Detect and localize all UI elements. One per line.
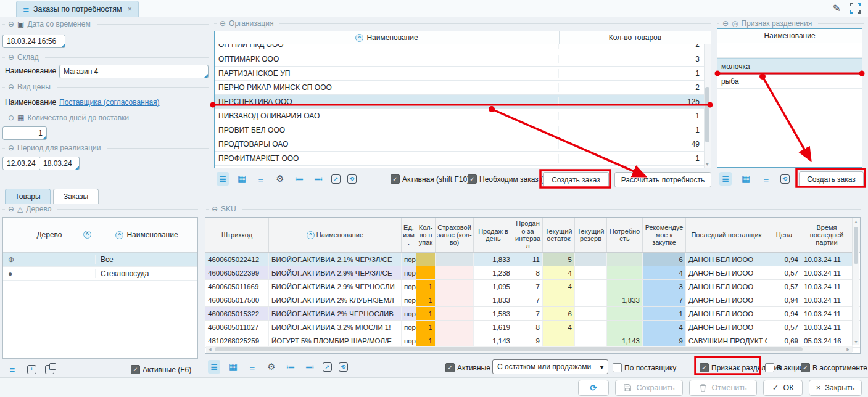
sku-column-header[interactable]: Время последней партии xyxy=(801,218,853,252)
org-table-row[interactable]: ОПТИМАРК ООО3 xyxy=(215,52,711,67)
sort-asc-icon[interactable]: ^ xyxy=(83,231,91,239)
add-row-icon[interactable]: ≕ xyxy=(304,360,316,374)
sku-column-header[interactable]: Цена xyxy=(767,218,801,252)
days-input[interactable]: 1 xyxy=(2,126,47,140)
view-list-icon[interactable]: ≣ xyxy=(719,172,732,186)
assortment-checkbox[interactable]: В ассортименте xyxy=(801,363,867,372)
add-group-icon[interactable]: + xyxy=(45,365,54,374)
org-table-row[interactable]: ПЕРНО РИКАР МИНСК СП ООО2 xyxy=(215,81,711,95)
sku-row[interactable]: 4600605011027БИОЙОГ.АКТИВИА 3.2% МЮСЛИ 1… xyxy=(205,321,860,334)
price-type-link[interactable]: Поставщика (согласованная) xyxy=(59,96,160,108)
sku-column-header[interactable]: Кол-во в упак xyxy=(416,218,436,252)
tab-goods[interactable]: Товары xyxy=(5,189,51,204)
org-table-row[interactable]: ОП НИИ ПКД ООО2 xyxy=(215,44,711,52)
sku-vscrollbar[interactable]: ▲ ▼ xyxy=(852,218,859,345)
warehouse-input[interactable]: Магазин 4 xyxy=(59,65,209,78)
tab-close-icon[interactable]: × xyxy=(128,5,132,14)
gear-icon[interactable]: ⚙ xyxy=(265,360,278,374)
scroll-right-icon[interactable]: ▶ xyxy=(845,347,852,352)
sku-hscrollbar[interactable]: ◀ ▶ xyxy=(206,346,852,353)
sku-row[interactable]: 4600605015322БИОЙОГ.АКТИВИА 2% ЧЕРНОСЛИВ… xyxy=(205,307,860,321)
tree-row[interactable]: ●Стеклопосуда xyxy=(3,267,197,281)
create-order-button[interactable]: Создать заказ xyxy=(543,172,609,187)
sku-row[interactable]: 4600605022399БИОЙОГ.АКТИВИА 2.9% ЧЕР/ЗЛ/… xyxy=(205,266,860,280)
sort-asc-icon[interactable]: ^ xyxy=(115,231,123,239)
view-grid-icon[interactable]: ▦ xyxy=(236,172,248,186)
sku-column-header[interactable]: Продаж в день xyxy=(474,218,513,252)
collapse-icon[interactable]: ⊖ xyxy=(8,20,14,28)
by-supplier-checkbox[interactable]: По поставщику xyxy=(613,363,676,372)
stock-filter-select[interactable]: С остатком или продажами ▾ xyxy=(492,359,608,374)
collapse-icon[interactable]: ⊖ xyxy=(8,205,14,213)
fullscreen-icon[interactable] xyxy=(850,3,861,14)
period-to-input[interactable]: 18.03.24 xyxy=(39,157,80,170)
org-table-row[interactable]: ПАРТИЗАНСКОЕ УП1 xyxy=(215,67,711,81)
add-item-icon[interactable]: + xyxy=(27,365,36,374)
refresh-icon[interactable]: ⟲ xyxy=(347,174,357,184)
separation-row[interactable]: рыба xyxy=(717,75,862,89)
scroll-left-icon[interactable]: ◀ xyxy=(206,347,213,352)
sku-column-header[interactable]: Страховой запас (кол-во) xyxy=(436,218,474,252)
tab-orders-by-needs[interactable]: ≣ Заказы по потребностям × xyxy=(16,1,139,17)
collapse-icon[interactable]: ⊖ xyxy=(8,144,14,152)
org-table-row[interactable]: ПИВЗАВОД ОЛИВАРИЯ ОАО1 xyxy=(215,109,711,123)
collapse-icon[interactable]: ⊖ xyxy=(8,53,14,62)
date-time-input[interactable]: 18.03.24 16:56 xyxy=(2,35,65,48)
save-button[interactable]: Сохранить xyxy=(615,380,683,396)
create-order-button-separation[interactable]: Создать заказ xyxy=(799,171,864,187)
active-org-checkbox[interactable]: Активная (shift F10) xyxy=(391,174,469,184)
sku-column-header[interactable]: ^Наименование xyxy=(269,218,402,252)
separation-row[interactable] xyxy=(717,43,862,58)
filter-icon[interactable]: ≡ xyxy=(760,172,772,186)
view-grid-icon[interactable]: ▦ xyxy=(740,172,752,186)
sku-row[interactable]: 4600605022412БИОЙОГ.АКТИВИА 2.1% ЧЕР/ЗЛ/… xyxy=(205,253,860,266)
cancel-button[interactable]: Отменить xyxy=(689,380,757,396)
calculate-need-button[interactable]: Рассчитать потребность xyxy=(614,172,711,187)
refresh-icon[interactable]: ⟲ xyxy=(339,362,348,372)
org-table-row[interactable]: ПРОФИТМАРКЕТ ООО1 xyxy=(215,152,711,166)
view-list-icon[interactable]: ≣ xyxy=(208,360,220,374)
collapse-icon[interactable]: ⊖ xyxy=(722,19,729,28)
numbered-list-icon[interactable]: ≔ xyxy=(293,172,305,186)
collapse-icon[interactable]: ⊖ xyxy=(8,83,14,91)
sku-column-header[interactable]: Потребность xyxy=(607,218,643,252)
scroll-down-icon[interactable]: ▼ xyxy=(853,340,859,344)
close-button[interactable]: × Закрыть xyxy=(809,380,862,396)
sku-column-header[interactable]: Штрихкод xyxy=(205,218,269,252)
promo-checkbox[interactable]: В акции xyxy=(765,363,804,372)
org-table-row[interactable]: ПЕРСПЕКТИВА ООО125 xyxy=(215,95,711,109)
period-from-input[interactable]: 12.03.24 xyxy=(2,157,43,170)
active-tree-checkbox[interactable]: Активные (F6) xyxy=(131,365,191,374)
sku-row[interactable]: 4600605017500БИОЙОГ.АКТИВИА 2% КЛУБН/ЗЕМ… xyxy=(205,293,860,307)
collapse-icon[interactable]: ⊖ xyxy=(220,19,226,28)
scroll-up-icon[interactable]: ▲ xyxy=(853,219,859,224)
view-grid-icon[interactable]: ▦ xyxy=(227,360,239,374)
export-icon[interactable]: ↗ xyxy=(331,174,341,184)
filter-icon[interactable]: ≡ xyxy=(246,360,258,374)
org-table-row[interactable]: РАКАН-КРУПЯНОЙ ДОМ ОДО16 xyxy=(215,166,711,168)
filter-icon[interactable]: ≡ xyxy=(6,362,19,376)
sku-column-header[interactable]: Последний поставщик xyxy=(686,218,767,252)
refresh-button[interactable]: ⟳ xyxy=(578,380,609,396)
sku-column-header[interactable]: Рекомендуемое к закупке xyxy=(643,218,686,252)
org-scrollbar[interactable]: ▼ xyxy=(704,44,711,168)
sort-asc-icon[interactable]: ^ xyxy=(355,34,363,42)
ok-button[interactable]: ✓ ОК xyxy=(763,380,803,396)
collapse-icon[interactable]: ⊖ xyxy=(8,113,14,122)
sku-column-header[interactable]: Текущий резерв xyxy=(575,218,607,252)
separation-row[interactable]: молочка xyxy=(717,58,862,75)
sku-column-header[interactable]: Текущий остаток xyxy=(543,218,575,252)
filter-icon[interactable]: ≡ xyxy=(255,172,267,186)
org-table-row[interactable]: ПРОДТОВАРЫ ОАО49 xyxy=(215,137,711,152)
collapse-icon[interactable]: ⊖ xyxy=(212,205,218,213)
numbered-list-icon[interactable]: ≔ xyxy=(284,360,297,374)
tab-orders[interactable]: Заказы xyxy=(53,189,99,204)
sort-asc-icon[interactable]: ^ xyxy=(307,231,315,239)
add-row-icon[interactable]: ≕ xyxy=(312,172,324,186)
sku-column-header[interactable]: Ед. изм. xyxy=(402,218,416,252)
gear-icon[interactable]: ⚙ xyxy=(274,172,286,186)
sku-column-header[interactable]: Продано за интервал xyxy=(513,218,543,252)
org-table-row[interactable]: ПРОВИТ БЕЛ ООО1 xyxy=(215,123,711,137)
tree-row[interactable]: ⊕Все xyxy=(3,253,197,267)
view-list-icon[interactable]: ≣ xyxy=(217,172,229,186)
